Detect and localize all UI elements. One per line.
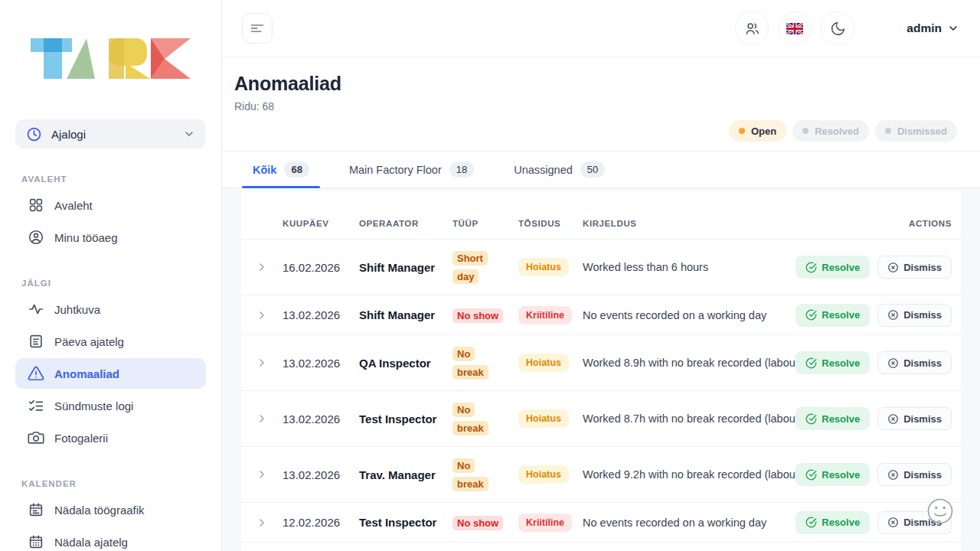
moon-icon [830,21,846,37]
dismiss-button[interactable]: Dismiss [877,463,952,486]
row-description: Worked 8.9h with no break recorded (labo… [583,357,829,369]
row-date: 16.02.2026 [283,261,359,274]
table-row[interactable]: 12.02.2026 Test Inspector No show Kriiti… [241,503,961,543]
sidebar-item-label: Nädala ajatelg [54,536,128,549]
table-row[interactable]: 16.02.2026 Shift Manager Short day Hoiat… [241,240,961,295]
dismiss-button[interactable]: Dismiss [877,304,952,327]
anomaly-type-chip: No break [452,347,488,380]
sidebar-item-juhtkuva[interactable]: Juhtkuva [15,294,206,324]
dismiss-label: Dismiss [903,469,942,481]
tab-label: Kõik [253,164,276,176]
history-select[interactable]: Ajalogi [15,119,206,148]
dark-mode-button[interactable] [821,11,854,45]
severity-badge: Hoiatus [518,354,569,372]
resolve-label: Resolve [822,517,860,528]
resolve-label: Resolve [822,309,860,321]
calendar-schedule-icon [28,501,44,518]
column-header-tosidus: TÕSIDUS [518,219,583,228]
sidebar-item-avaleht[interactable]: Avaleht [15,190,206,220]
x-circle-icon [887,469,899,481]
chevron-down-icon [183,128,195,140]
table-row[interactable]: 13.02.2026 Shift Manager No show Kriitil… [241,295,961,335]
table-row[interactable]: 13.02.2026 Test Inspector No break Hoiat… [241,391,961,447]
dismiss-label: Dismiss [903,413,942,425]
users-button[interactable] [735,11,769,45]
filter-resolved[interactable]: Resolved [792,120,869,142]
chevron-right-icon[interactable] [256,261,268,273]
x-circle-icon [887,262,899,273]
check-circle-icon [805,469,817,481]
camera-icon [28,429,44,446]
row-description: Worked less than 6 hours [583,261,829,273]
dismiss-button[interactable]: Dismiss [877,256,952,279]
row-description: Worked 9.2h with no break recorded (labo… [583,468,829,481]
table-row[interactable]: 13.02.2026 Trav. Manager No break Hoiatu… [241,447,961,503]
column-header-actions: ACTIONS [829,219,961,228]
chevron-right-icon[interactable] [256,412,268,425]
tab-koik[interactable]: Kõik 68 [242,152,320,187]
filter-open[interactable]: Open [729,120,786,142]
table-row[interactable]: 13.02.2026 QA Inspector No break Hoiatus… [241,335,961,391]
resolve-button[interactable]: Resolve [795,511,870,534]
column-header-operaator: OPERAATOR [359,219,452,228]
anomaly-type-chip: No show [452,308,503,323]
calendar-dots-icon [28,533,44,550]
resolve-label: Resolve [822,469,860,481]
user-menu[interactable]: admin [906,21,959,35]
row-description: Worked 8.7h with no break recorded (labo… [583,412,829,425]
tab-count-badge: 68 [284,161,309,178]
tab-label: Unassigned [514,164,573,176]
chevron-right-icon[interactable] [256,517,268,529]
resolve-button[interactable]: Resolve [795,407,870,430]
dismiss-button[interactable]: Dismiss [877,407,952,430]
row-date: 12.02.2026 [283,516,359,529]
anomaly-type-chip: Short day [452,251,488,284]
chevron-right-icon[interactable] [256,309,268,321]
row-description: No events recorded on a working day [583,309,829,321]
resolve-button[interactable]: Resolve [795,351,870,374]
sidebar-toggle-button[interactable] [242,13,273,44]
sidebar-item-minu-tooaeg[interactable]: Minu tööaeg [15,222,206,253]
content-area: KUUPÄEV OPERAATOR TÜÜP TÕSIDUS KIRJELDUS… [222,188,980,551]
severity-badge: Kriitiline [518,514,572,532]
user-menu-label: admin [906,21,942,35]
tab-unassigned[interactable]: Unassigned 50 [503,152,616,187]
column-header-kuupaev: KUUPÄEV [283,219,359,228]
row-description: No events recorded on a working day [583,517,829,529]
resolve-button[interactable]: Resolve [795,256,870,279]
anomaly-type-chip: No show [452,516,503,530]
resolve-button[interactable]: Resolve [795,463,870,486]
feedback-button[interactable] [925,496,956,527]
language-button[interactable] [778,11,812,45]
chevron-right-icon[interactable] [256,468,268,481]
sidebar-item-sundmuste-logi[interactable]: Sündmuste logi [15,390,206,421]
dashboard-grid-icon [28,197,44,214]
main-area: admin Anomaaliad Ridu: 68 Open Resolved … [222,0,980,551]
severity-badge: Hoiatus [518,258,569,276]
section-title-avaleht: AVALEHT [21,174,221,184]
sidebar-item-label: Sündmuste logi [54,399,133,412]
checklist-icon [28,397,44,414]
chevron-down-icon [947,22,959,34]
sidebar-item-anomaaliad[interactable]: Anomaaliad [15,358,206,389]
tark-logo[interactable] [31,38,191,80]
anomaly-type-chip: No break [452,403,488,435]
filter-dismissed[interactable]: Dismissed [875,120,957,142]
row-operator: Trav. Manager [359,468,452,481]
tab-main-factory-floor[interactable]: Main Factory Floor 18 [338,152,485,187]
warning-triangle-icon [28,365,44,382]
sidebar-item-paeva-ajatelg[interactable]: Päeva ajatelg [15,326,206,357]
sidebar-item-nadala-ajatelg[interactable]: Nädala ajatelg [15,527,206,551]
tab-label: Main Factory Floor [349,164,442,176]
dismiss-button[interactable]: Dismiss [877,351,952,374]
resolve-button[interactable]: Resolve [795,304,870,327]
row-operator: QA Inspector [359,357,452,370]
uk-flag-icon [786,22,804,35]
chevron-right-icon[interactable] [256,357,268,369]
sidebar-item-label: Fotogalerii [54,432,108,445]
row-operator: Shift Manager [359,308,452,321]
sidebar-item-nadala-toograafik[interactable]: Nädala töögraafik [15,494,206,525]
row-date: 13.02.2026 [283,357,359,370]
sidebar-item-fotogalerii[interactable]: Fotogalerii [15,422,206,453]
status-dot [739,128,745,134]
